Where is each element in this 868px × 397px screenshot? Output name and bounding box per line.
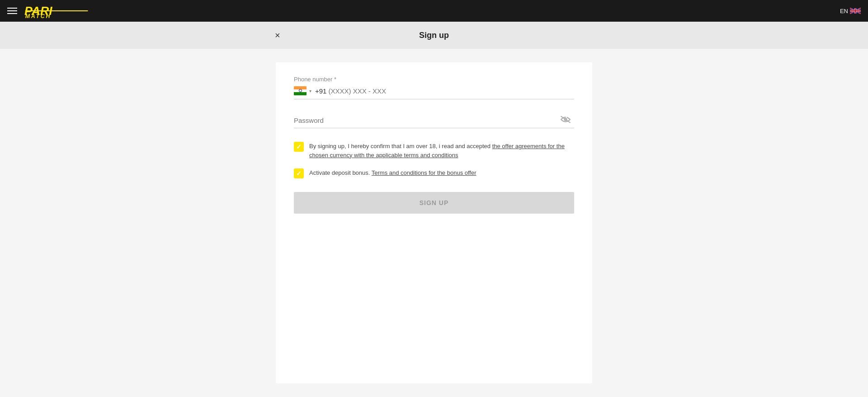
main-content: Phone number * ▾ +91 [0,49,868,397]
signup-button[interactable]: SIGN UP [294,192,574,214]
navbar-left: PARI MATCH [7,4,89,18]
uk-flag-icon [850,7,861,14]
bonus-label: Activate deposit bonus. Terms and condit… [309,168,476,177]
terms-label: By signing up, I hereby confirm that I a… [309,142,574,159]
close-button[interactable]: × [275,30,280,41]
bonus-checkbox-row: ✓ Activate deposit bonus. Terms and cond… [294,168,574,178]
terms-checkbox[interactable]: ✓ [294,142,304,152]
terms-checkbox-row: ✓ By signing up, I hereby confirm that I… [294,142,574,159]
parimatch-logo-svg: PARI MATCH [24,4,89,18]
phone-label: Phone number * [294,76,574,83]
signup-header-bar: × Sign up [0,22,868,49]
country-selector[interactable]: ▾ [294,86,311,95]
hamburger-menu[interactable] [7,8,17,14]
lang-label: EN [840,8,848,14]
navbar: PARI MATCH EN [0,0,868,22]
logo: PARI MATCH [24,4,89,18]
bonus-text: Activate deposit bonus. [309,169,372,176]
india-flag-icon [294,86,307,95]
chevron-down-icon: ▾ [309,89,311,93]
svg-text:MATCH: MATCH [25,13,51,18]
checkmark-icon: ✓ [296,143,302,150]
checkmark-icon-2: ✓ [296,170,302,177]
signup-title: Sign up [419,31,449,40]
password-section [294,113,574,128]
navbar-right: EN [840,7,861,14]
phone-number-section: Phone number * ▾ +91 [294,76,574,99]
signup-form: Phone number * ▾ +91 [276,62,592,383]
bonus-link[interactable]: Terms and conditions for the bonus offer [372,169,476,176]
toggle-password-icon[interactable] [561,116,571,125]
password-field-wrapper [294,113,574,128]
language-button[interactable]: EN [840,7,861,14]
phone-field: ▾ +91 [294,86,574,99]
phone-input[interactable] [328,87,574,95]
password-input[interactable] [294,113,574,128]
bonus-checkbox[interactable]: ✓ [294,168,304,178]
phone-country-code: +91 [315,87,326,95]
terms-text: By signing up, I hereby confirm that I a… [309,143,492,149]
